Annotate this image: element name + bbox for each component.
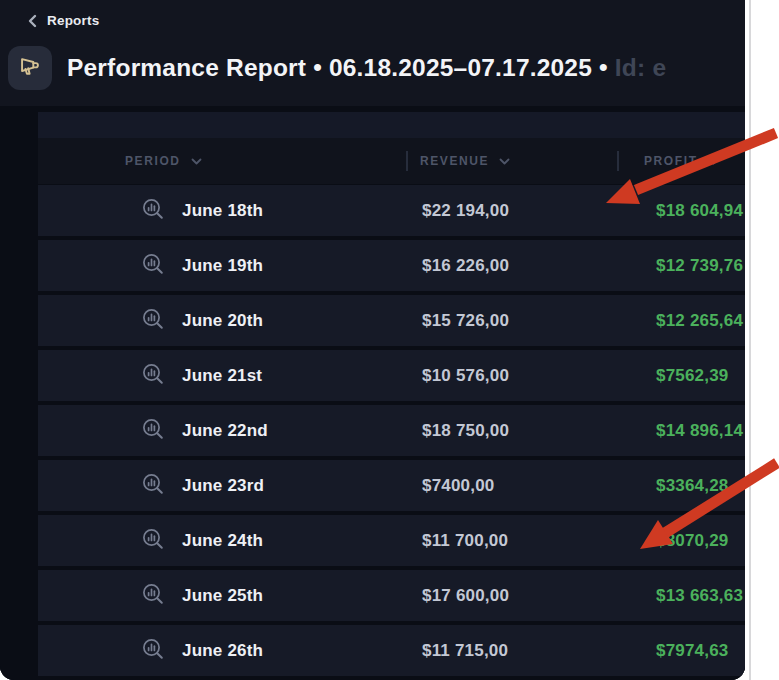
table-row-june-21st[interactable]: June 21st $10 576,00 $7562,39: [38, 350, 745, 401]
profit-cell: $12 739,76: [619, 240, 745, 291]
profit-value: $18 604,94: [656, 201, 743, 221]
period-value: June 20th: [182, 311, 263, 331]
revenue-cell: $11 715,00: [422, 625, 619, 676]
column-divider: [617, 151, 619, 171]
profit-cell: $7562,39: [619, 350, 745, 401]
title-report-id: Id: e: [615, 54, 666, 81]
table-row-june-25th[interactable]: June 25th $17 600,00 $13 663,63: [38, 570, 745, 621]
profit-cell: $18 604,94: [619, 185, 745, 236]
megaphone-icon: [17, 53, 44, 84]
profit-cell: $14 896,14: [619, 405, 745, 456]
chart-search-icon: [141, 582, 165, 610]
revenue-header-label: REVENUE: [420, 154, 489, 168]
period-cell: June 25th: [38, 570, 422, 621]
period-cell: June 19th: [38, 240, 422, 291]
period-value: June 24th: [182, 531, 263, 551]
revenue-value: $11 715,00: [422, 641, 508, 661]
page-header: Performance Report • 06.18.2025–07.17.20…: [8, 46, 738, 90]
title-bullet-1: •: [313, 54, 329, 81]
revenue-value: $7400,00: [422, 476, 495, 496]
profit-cell: $8070,29: [619, 515, 745, 566]
revenue-value: $18 750,00: [422, 421, 509, 441]
column-header-profit[interactable]: PROFIT: [617, 138, 745, 184]
revenue-value: $10 576,00: [422, 366, 509, 386]
period-value: June 18th: [182, 201, 263, 221]
breadcrumb-back[interactable]: Reports: [27, 13, 99, 28]
top-bar: Reports Performance Report • 06.18.2025–…: [0, 0, 745, 106]
revenue-cell: $15 726,00: [422, 295, 619, 346]
revenue-value: $17 600,00: [422, 586, 509, 606]
revenue-value: $16 226,00: [422, 256, 509, 276]
title-date-range: 06.18.2025–07.17.2025: [329, 54, 592, 81]
period-cell: June 26th: [38, 625, 422, 676]
table-row-june-18th[interactable]: June 18th $22 194,00 $18 604,94: [38, 185, 745, 236]
period-value: June 25th: [182, 586, 263, 606]
table-row-june-23rd[interactable]: June 23rd $7400,00 $3364,28: [38, 460, 745, 511]
table-body: June 18th $22 194,00 $18 604,94 June 19t…: [38, 185, 745, 680]
chart-search-icon: [141, 417, 165, 445]
profit-value: $12 265,64: [656, 311, 743, 331]
period-value: June 22nd: [182, 421, 268, 441]
profit-value: $7562,39: [656, 366, 729, 386]
period-value: June 21st: [182, 366, 262, 386]
profit-value: $12 739,76: [656, 256, 743, 276]
title-bullet-2: •: [599, 54, 615, 81]
table-row-june-26th[interactable]: June 26th $11 715,00 $7974,63: [38, 625, 745, 676]
table-row-june-19th[interactable]: June 19th $16 226,00 $12 739,76: [38, 240, 745, 291]
revenue-value: $11 700,00: [422, 531, 508, 551]
revenue-cell: $17 600,00: [422, 570, 619, 621]
breadcrumb-label: Reports: [47, 13, 99, 28]
page-title: Performance Report • 06.18.2025–07.17.20…: [67, 54, 666, 82]
profit-value: $14 896,14: [656, 421, 743, 441]
period-cell: June 21st: [38, 350, 422, 401]
column-header-revenue[interactable]: REVENUE: [406, 138, 617, 184]
chevron-down-icon: [499, 158, 510, 165]
table-panel: PERIOD REVENUE PROFIT: [38, 106, 745, 680]
revenue-cell: $16 226,00: [422, 240, 619, 291]
chevron-left-icon: [27, 14, 38, 28]
revenue-value: $22 194,00: [422, 201, 509, 221]
profit-value: $7974,63: [656, 641, 729, 661]
report-window: Reports Performance Report • 06.18.2025–…: [0, 0, 745, 680]
profit-value: $3364,28: [656, 476, 729, 496]
profit-cell: $7974,63: [619, 625, 745, 676]
period-cell: June 23rd: [38, 460, 422, 511]
revenue-cell: $18 750,00: [422, 405, 619, 456]
profit-header-label: PROFIT: [644, 154, 698, 168]
period-cell: June 20th: [38, 295, 422, 346]
report-icon-box: [8, 46, 52, 90]
chart-search-icon: [141, 307, 165, 335]
left-gutter: [0, 106, 38, 680]
chevron-down-icon: [708, 158, 719, 165]
chart-search-icon: [141, 472, 165, 500]
profit-cell: $3364,28: [619, 460, 745, 511]
content-area: PERIOD REVENUE PROFIT: [0, 106, 745, 680]
revenue-cell: $7400,00: [422, 460, 619, 511]
table-header-row: PERIOD REVENUE PROFIT: [38, 138, 745, 184]
chart-search-icon: [141, 637, 165, 665]
period-value: June 19th: [182, 256, 263, 276]
profit-value: $13 663,63: [656, 586, 743, 606]
chevron-down-icon: [191, 158, 202, 165]
period-cell: June 18th: [38, 185, 422, 236]
chart-search-icon: [141, 252, 165, 280]
title-text: Performance Report: [67, 54, 306, 81]
period-value: June 23rd: [182, 476, 264, 496]
period-header-label: PERIOD: [125, 154, 181, 168]
table-toolbar-band: [38, 112, 745, 138]
column-header-period[interactable]: PERIOD: [38, 138, 406, 184]
table-row-june-20th[interactable]: June 20th $15 726,00 $12 265,64: [38, 295, 745, 346]
revenue-cell: $10 576,00: [422, 350, 619, 401]
profit-cell: $12 265,64: [619, 295, 745, 346]
chart-search-icon: [141, 197, 165, 225]
column-divider: [406, 151, 408, 171]
profit-cell: $13 663,63: [619, 570, 745, 621]
table-row-june-22nd[interactable]: June 22nd $18 750,00 $14 896,14: [38, 405, 745, 456]
chart-search-icon: [141, 362, 165, 390]
revenue-cell: $11 700,00: [422, 515, 619, 566]
table-row-june-24th[interactable]: June 24th $11 700,00 $8070,29: [38, 515, 745, 566]
revenue-value: $15 726,00: [422, 311, 509, 331]
scroll-edge-line: [749, 0, 751, 680]
period-cell: June 22nd: [38, 405, 422, 456]
revenue-cell: $22 194,00: [422, 185, 619, 236]
